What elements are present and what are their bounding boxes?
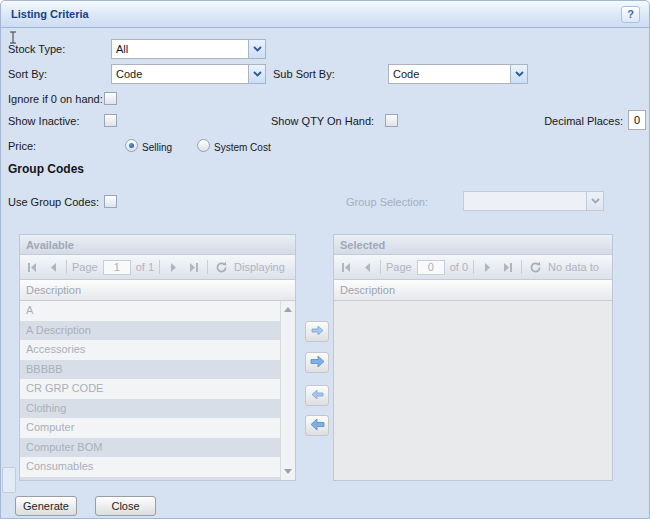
refresh-icon[interactable] — [213, 259, 229, 275]
use-group-codes-label: Use Group Codes: — [8, 196, 99, 208]
selected-panel: Selected Page of 0 No data to — [333, 234, 613, 481]
price-system-cost-radio[interactable] — [197, 139, 210, 152]
move-all-right-button[interactable] — [305, 352, 329, 373]
list-item-partial[interactable] — [20, 477, 280, 481]
next-page-icon[interactable] — [165, 259, 181, 275]
chevron-down-icon[interactable] — [248, 65, 265, 83]
list-item[interactable]: Computer BOM — [20, 438, 280, 458]
arrow-right-small-icon — [311, 325, 324, 338]
chevron-down-icon — [586, 192, 603, 210]
corner-artifact — [2, 467, 16, 493]
list-item[interactable]: Computer — [20, 418, 280, 438]
stock-type-combobox[interactable]: All — [111, 39, 266, 59]
stock-type-value: All — [112, 40, 248, 58]
available-page-input[interactable] — [103, 260, 131, 275]
last-page-icon[interactable] — [186, 259, 202, 275]
selected-column-header[interactable]: Description — [334, 280, 612, 301]
show-inactive-label: Show Inactive: — [8, 115, 80, 127]
list-item[interactable]: Accessories — [20, 340, 280, 360]
toolbar-separator — [159, 260, 160, 274]
ignore-zero-checkbox[interactable] — [104, 92, 117, 105]
close-button[interactable]: Close — [95, 496, 156, 516]
price-selling-radio[interactable] — [125, 139, 138, 152]
dialog-titlebar: Listing Criteria ? — [1, 1, 649, 28]
selected-paging-toolbar: Page of 0 No data to — [334, 255, 612, 280]
show-qty-checkbox[interactable] — [385, 114, 398, 127]
show-inactive-checkbox[interactable] — [104, 114, 117, 127]
available-column-header[interactable]: Description — [20, 280, 295, 301]
toolbar-separator — [473, 260, 474, 274]
toolbar-separator — [380, 260, 381, 274]
refresh-icon[interactable] — [527, 259, 543, 275]
arrow-left-small-icon — [311, 389, 324, 402]
selected-status-text: No data to — [548, 261, 599, 273]
price-system-cost-label: System Cost — [214, 142, 271, 153]
sub-sort-by-label: Sub Sort By: — [273, 68, 335, 80]
list-item[interactable]: BBBBB — [20, 360, 280, 380]
scroll-down-icon[interactable] — [281, 464, 295, 479]
page-count-label: of 1 — [136, 261, 154, 273]
list-item[interactable]: A — [20, 301, 280, 321]
chevron-down-icon[interactable] — [248, 40, 265, 58]
toolbar-separator — [207, 260, 208, 274]
prev-page-icon[interactable] — [45, 259, 61, 275]
stock-type-label: Stock Type: — [8, 43, 65, 55]
available-scrollbar[interactable] — [280, 301, 295, 480]
dialog-title: Listing Criteria — [11, 8, 89, 20]
prev-page-icon[interactable] — [359, 259, 375, 275]
show-qty-label: Show QTY On Hand: — [271, 115, 374, 127]
sort-by-label: Sort By: — [8, 68, 47, 80]
sub-sort-by-combobox[interactable]: Code — [388, 64, 528, 84]
ignore-zero-label: Ignore if 0 on hand: — [8, 93, 103, 105]
move-right-button[interactable] — [305, 321, 329, 342]
available-panel-header: Available — [20, 235, 295, 255]
generate-button[interactable]: Generate — [15, 496, 77, 516]
group-selection-combobox[interactable] — [463, 191, 604, 211]
selected-panel-header: Selected — [334, 235, 612, 255]
last-page-icon[interactable] — [500, 259, 516, 275]
toolbar-separator — [521, 260, 522, 274]
list-item[interactable]: Clothing — [20, 399, 280, 419]
move-left-button[interactable] — [305, 385, 329, 406]
available-grid-body: A A Description Accessories BBBBB CR GRP… — [20, 301, 295, 480]
sort-by-value: Code — [112, 65, 248, 83]
page-label: Page — [386, 261, 412, 273]
available-status-text: Displaying — [234, 261, 285, 273]
first-page-icon[interactable] — [24, 259, 40, 275]
group-selection-value — [464, 192, 586, 210]
selected-page-input[interactable] — [417, 260, 445, 275]
chevron-down-icon[interactable] — [510, 65, 527, 83]
list-item[interactable]: CR GRP CODE — [20, 379, 280, 399]
use-group-codes-checkbox[interactable] — [104, 195, 117, 208]
sub-sort-by-value: Code — [389, 65, 510, 83]
selected-grid-body — [334, 301, 612, 480]
available-paging-toolbar: Page of 1 Displaying — [20, 255, 295, 280]
page-count-label: of 0 — [450, 261, 468, 273]
decimal-places-input[interactable] — [628, 110, 646, 130]
next-page-icon[interactable] — [479, 259, 495, 275]
question-mark-icon: ? — [627, 8, 634, 20]
decimal-places-label: Decimal Places: — [521, 115, 623, 127]
help-button[interactable]: ? — [621, 6, 640, 23]
group-selection-label: Group Selection: — [346, 196, 428, 208]
list-item[interactable]: A Description — [20, 321, 280, 341]
listing-criteria-dialog: Listing Criteria ? Stock Type: All Sort … — [0, 0, 650, 519]
first-page-icon[interactable] — [338, 259, 354, 275]
sort-by-combobox[interactable]: Code — [111, 64, 266, 84]
group-codes-heading: Group Codes — [8, 162, 84, 176]
arrow-right-large-icon — [310, 355, 325, 370]
arrow-left-large-icon — [310, 418, 325, 433]
move-all-left-button[interactable] — [305, 415, 329, 436]
available-panel: Available Page of 1 Displaying — [19, 234, 296, 481]
page-label: Page — [72, 261, 98, 273]
toolbar-separator — [66, 260, 67, 274]
price-selling-label: Selling — [142, 142, 172, 153]
scroll-up-icon[interactable] — [281, 302, 295, 317]
list-item[interactable]: Consumables — [20, 457, 280, 477]
price-label: Price: — [8, 140, 36, 152]
